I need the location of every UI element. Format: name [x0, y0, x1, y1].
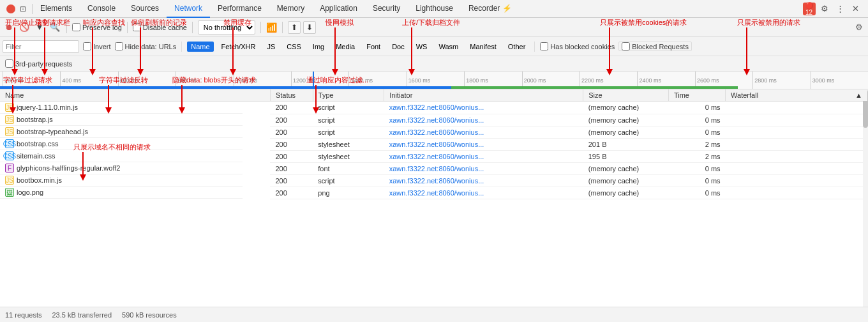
clear-button[interactable]: 🚫 [18, 21, 31, 34]
file-type-icon: F [5, 164, 14, 172]
col-header-initiator[interactable]: Initiator [384, 89, 583, 102]
has-blocked-cookies-label[interactable]: Has blocked cookies [540, 42, 615, 50]
disable-cache-checkbox[interactable] [133, 23, 141, 31]
filter-other[interactable]: Other [504, 42, 530, 52]
table-row[interactable]: CSS sitemain.css 200 stylesheet xawn.f33… [0, 150, 868, 162]
col-header-status[interactable]: Status [270, 89, 313, 102]
filter-fetch-xhr[interactable]: Fetch/XHR [218, 42, 260, 52]
tab-lighthouse[interactable]: Lighthouse [408, 0, 461, 18]
filter-css[interactable]: CSS [283, 42, 305, 52]
col-header-size[interactable]: Size [583, 89, 669, 102]
filter-input[interactable] [3, 40, 79, 53]
initiator-link[interactable]: xawn.f3322.net:8060/wonius... [389, 153, 484, 160]
table-row[interactable]: JS jquery-1.11.0.min.js 200 script xawn.… [0, 102, 868, 114]
network-table-container[interactable]: Name Status Type Initiator Size [0, 89, 868, 307]
tab-network[interactable]: Network [167, 0, 210, 18]
filter-doc[interactable]: Doc [388, 42, 408, 52]
filter-js[interactable]: JS [263, 42, 279, 52]
third-party-label[interactable]: 3rd-party requests [5, 59, 72, 68]
devtools-window: ⊡ Elements Console Sources Network Perfo… [0, 0, 868, 322]
tab-memory[interactable]: Memory [269, 0, 312, 18]
filter-img[interactable]: Img [309, 42, 328, 52]
tab-application[interactable]: Application [312, 0, 365, 18]
close-devtools-icon[interactable]: ✕ [849, 3, 862, 15]
table-row[interactable]: CSS bootstrap.css 200 stylesheet xawn.f3… [0, 138, 868, 150]
filter-font[interactable]: Font [363, 42, 384, 52]
error-count-badge[interactable]: 🔴 12 [803, 3, 816, 15]
cell-status-1: 200 [270, 114, 313, 126]
tab-security[interactable]: Security [365, 0, 408, 18]
hide-data-urls-checkbox[interactable] [115, 42, 123, 50]
third-party-checkbox[interactable] [5, 59, 13, 68]
filter-media[interactable]: Media [332, 42, 359, 52]
filter-wasm[interactable]: Wasm [435, 42, 462, 52]
cell-name-3: CSS bootstrap.css [0, 138, 243, 150]
settings-icon[interactable]: ⚙ [818, 3, 831, 15]
initiator-link[interactable]: xawn.f3322.net:8060/wonius... [389, 128, 484, 136]
initiator-link[interactable]: xawn.f3322.net:8060/wonius... [389, 116, 484, 124]
blocked-requests-checkbox[interactable] [622, 42, 630, 50]
preserve-log-label[interactable]: Preserve log [72, 23, 122, 31]
table-row[interactable]: JS bootstrap.js 200 script xawn.f3322.ne… [0, 114, 868, 126]
close-icon[interactable] [6, 4, 15, 13]
initiator-link[interactable]: xawn.f3322.net:8060/wonius... [389, 189, 484, 197]
tab-elements[interactable]: Elements [33, 0, 80, 18]
cell-initiator-6[interactable]: xawn.f3322.net:8060/wonius... [384, 174, 583, 187]
cell-initiator-1[interactable]: xawn.f3322.net:8060/wonius... [384, 114, 583, 126]
initiator-link[interactable]: xawn.f3322.net:8060/wonius... [389, 177, 484, 185]
hide-data-urls-label[interactable]: Hide data: URLs [115, 42, 177, 50]
wifi-icon[interactable]: 📶 [266, 22, 277, 33]
cell-initiator-2[interactable]: xawn.f3322.net:8060/wonius... [384, 126, 583, 138]
tab-bar-icons: ⊡ [3, 4, 33, 14]
has-blocked-cookies-checkbox[interactable] [540, 42, 548, 50]
col-header-name[interactable]: Name [0, 89, 270, 102]
record-button[interactable]: ⏺ [3, 21, 15, 34]
file-type-icon: CSS [5, 139, 14, 148]
col-header-type[interactable]: Type [313, 89, 384, 102]
disable-cache-label[interactable]: Disable cache [133, 23, 187, 31]
cell-initiator-3[interactable]: xawn.f3322.net:8060/wonius... [384, 138, 583, 150]
col-header-time[interactable]: Time [668, 89, 725, 102]
invert-checkbox[interactable] [83, 42, 91, 50]
tab-recorder[interactable]: Recorder ⚡ [461, 0, 520, 18]
search-button[interactable]: 🔍 [49, 21, 61, 34]
cell-waterfall-7 [726, 187, 868, 199]
table-row[interactable]: JS bootbox.min.js 200 script xawn.f3322.… [0, 174, 868, 187]
tab-sources[interactable]: Sources [123, 0, 167, 18]
scrollbar-track[interactable] [863, 89, 868, 307]
cell-status-6: 200 [270, 174, 313, 187]
dock-icon[interactable]: ⊡ [18, 4, 28, 14]
col-header-waterfall[interactable]: Waterfall ▲ [726, 89, 868, 102]
cell-initiator-7[interactable]: xawn.f3322.net:8060/wonius... [384, 187, 583, 199]
initiator-link[interactable]: xawn.f3322.net:8060/wonius... [389, 103, 484, 111]
invert-label[interactable]: Invert [83, 42, 111, 50]
status-bar: 11 requests 23.5 kB transferred 590 kB r… [0, 307, 868, 322]
filter-ws[interactable]: WS [412, 42, 431, 52]
filter-button[interactable]: ▼ [33, 21, 46, 34]
initiator-link[interactable]: xawn.f3322.net:8060/wonius... [389, 165, 484, 172]
cell-waterfall-0 [726, 102, 868, 114]
tab-performance[interactable]: Performance [210, 0, 269, 18]
download-button[interactable]: ⬇ [303, 21, 316, 34]
cell-time-6: 0 ms [668, 174, 725, 187]
table-row[interactable]: JS bootstrap-typeahead.js 200 script xaw… [0, 126, 868, 138]
filter-manifest[interactable]: Manifest [466, 42, 500, 52]
cell-initiator-0[interactable]: xawn.f3322.net:8060/wonius... [384, 102, 583, 114]
table-row[interactable]: F glyphicons-halflings-regular.woff2 200… [0, 162, 868, 174]
upload-button[interactable]: ⬆ [288, 21, 301, 34]
throttle-select[interactable]: No throttling Slow 3G Fast 3G Offline [198, 20, 255, 34]
tab-console[interactable]: Console [80, 0, 123, 18]
cell-time-0: 0 ms [668, 102, 725, 114]
cell-initiator-4[interactable]: xawn.f3322.net:8060/wonius... [384, 150, 583, 162]
cell-initiator-5[interactable]: xawn.f3322.net:8060/wonius... [384, 162, 583, 174]
table-row[interactable]: 🖼 logo.png 200 png xawn.f3322.net:8060/w… [0, 187, 868, 199]
cell-status-3: 200 [270, 138, 313, 150]
toolbar-settings-icon[interactable]: ⚙ [853, 21, 865, 34]
more-options-icon[interactable]: ⋮ [834, 3, 846, 15]
blocked-requests-label[interactable]: Blocked Requests [618, 42, 692, 51]
cell-status-7: 200 [270, 187, 313, 199]
filter-all[interactable]: Name [187, 42, 213, 52]
preserve-log-checkbox[interactable] [72, 23, 80, 31]
initiator-link[interactable]: xawn.f3322.net:8060/wonius... [389, 141, 484, 148]
table-body: JS jquery-1.11.0.min.js 200 script xawn.… [0, 102, 868, 199]
